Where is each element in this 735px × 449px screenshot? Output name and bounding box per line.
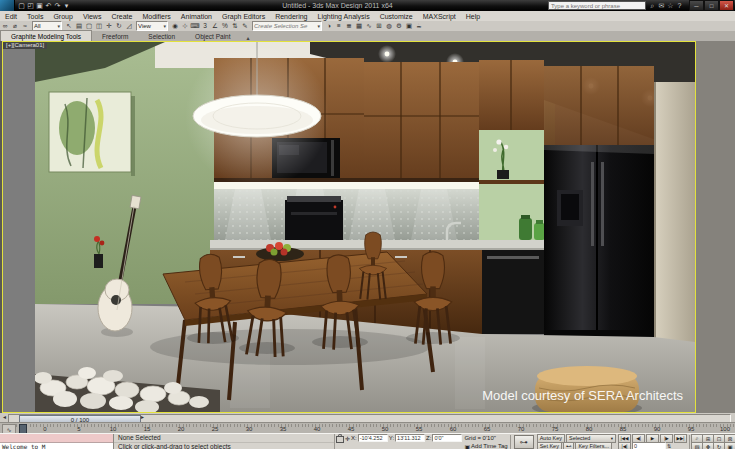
chevron-down-icon: ▾	[163, 23, 166, 29]
z-label: Z:	[426, 435, 431, 441]
qat-dropdown-icon[interactable]: ▾	[62, 1, 71, 10]
espresso-machine	[285, 196, 343, 240]
menu-tools[interactable]: Tools	[22, 13, 48, 20]
z-coordinate-field[interactable]: 0'0"	[432, 434, 462, 442]
macro-recorder-pane[interactable]	[0, 434, 113, 443]
menu-customize[interactable]: Customize	[375, 13, 418, 20]
status-controls: ✛ X: -10'4.252 Y: 13'11.312 Z: 0'0" Grid…	[335, 434, 735, 449]
current-frame-field[interactable]: 0	[632, 442, 666, 449]
ribbon-minimize-icon[interactable]: ▴	[247, 34, 250, 41]
rendered-frame-window-button[interactable]: ▣	[404, 22, 414, 31]
refrigerator	[544, 145, 654, 337]
help-icon[interactable]: ?	[675, 2, 684, 10]
close-button[interactable]: ✕	[719, 0, 734, 11]
named-selection-sets-dropdown[interactable]: Create Selection Se▾	[252, 21, 322, 31]
key-mode-toggle[interactable]: |◀|	[618, 442, 631, 449]
status-line: None Selected	[114, 434, 334, 443]
title-bar: ▢◰▣↶↷▾ Untitled - 3ds Max Design 2011 x6…	[0, 0, 735, 11]
manage-layers-button[interactable]: ≣	[344, 22, 354, 31]
window-title: Untitled - 3ds Max Design 2011 x64	[200, 2, 475, 9]
infocenter-icons: ⌕✉☆?	[648, 2, 684, 10]
select-and-rotate-button[interactable]: ↻	[114, 22, 124, 31]
chevron-down-icon: ▾	[317, 23, 320, 29]
selection-lock-icon[interactable]	[336, 436, 344, 443]
floor-reflection-2	[455, 337, 485, 409]
frame-spinner[interactable]: ⇅	[667, 443, 671, 449]
curve-editor-button[interactable]: ∿	[364, 22, 374, 31]
menu-lighting-analysis[interactable]: Lighting Analysis	[312, 13, 374, 20]
minimize-button[interactable]: ─	[689, 0, 704, 11]
listener-pane[interactable]: Welcome to M	[0, 443, 113, 449]
y-coordinate-field[interactable]: 13'11.312	[395, 434, 425, 442]
x-coordinate-field[interactable]: -10'4.252	[358, 434, 388, 442]
time-slider-right-arrow[interactable]: ►	[140, 414, 145, 420]
menu-maxscript[interactable]: MAXScript	[418, 13, 461, 20]
select-and-move-button[interactable]: ✛	[104, 22, 114, 31]
tab-selection[interactable]: Selection	[138, 31, 185, 41]
edit-named-selection-sets-button[interactable]: ✎	[240, 22, 250, 31]
reference-coordinate-system-dropdown[interactable]: View▾	[136, 21, 168, 31]
use-pivot-point-center-button[interactable]: ◉	[170, 22, 180, 31]
wall-painting	[49, 92, 135, 176]
graphite-ribbon-toggle[interactable]: ▦	[354, 22, 364, 31]
select-and-manipulate-button[interactable]: ⊹	[180, 22, 190, 31]
tick-60: 60	[443, 426, 463, 432]
material-editor-button[interactable]: ◍	[384, 22, 394, 31]
schematic-view-button[interactable]: ⊞	[374, 22, 384, 31]
tick-25: 25	[205, 426, 225, 432]
app-logo-icon[interactable]	[0, 0, 15, 11]
set-key-button[interactable]: Set Key	[537, 442, 562, 449]
save-file-button[interactable]: ▣	[35, 1, 44, 10]
tab-graphite-modeling-tools[interactable]: Graphite Modeling Tools	[0, 30, 92, 41]
menu-views[interactable]: Views	[78, 13, 107, 20]
key-selection-value: Selected	[569, 435, 590, 441]
set-key-mode-button[interactable]: ⊶	[514, 435, 534, 449]
open-file-button[interactable]: ◰	[26, 1, 35, 10]
absolute-mode-icon[interactable]: ✛	[345, 435, 350, 442]
backsplash	[214, 189, 479, 240]
time-slider-left-arrow[interactable]: ◄	[2, 414, 7, 420]
grid-setting: Grid = 0'10"	[464, 435, 495, 441]
select-and-scale-button[interactable]: ◿	[124, 22, 134, 31]
snaps-toggle[interactable]: 3	[200, 22, 210, 31]
add-time-tag[interactable]: Add Time Tag	[471, 443, 508, 449]
maximize-viewport-icon[interactable]: ▣	[724, 442, 735, 449]
search-icon[interactable]: ⌕	[648, 2, 657, 10]
menu-help[interactable]: Help	[461, 13, 485, 20]
maxscript-mini-listener[interactable]: Welcome to M	[0, 434, 114, 449]
keyboard-shortcut-override-toggle[interactable]: ⌨	[190, 22, 200, 31]
align-button[interactable]: ≡	[334, 22, 344, 31]
favorites-star-icon[interactable]: ☆	[666, 2, 675, 10]
camera-viewport[interactable]: [+][Camera01]	[2, 41, 696, 413]
undo-button[interactable]: ↶	[44, 1, 53, 10]
menu-create[interactable]: Create	[106, 13, 137, 20]
communication-center-icon[interactable]: ✉	[657, 2, 666, 10]
x-label: X:	[351, 435, 357, 441]
redo-button[interactable]: ↷	[53, 1, 62, 10]
menu-modifiers[interactable]: Modifiers	[137, 13, 175, 20]
tick-100: 100	[715, 426, 735, 432]
render-production-button[interactable]: ☕	[414, 22, 424, 31]
menu-animation[interactable]: Animation	[176, 13, 217, 20]
tab-freeform[interactable]: Freeform	[92, 31, 138, 41]
angle-snap-toggle[interactable]: ∠	[210, 22, 220, 31]
search-input[interactable]	[548, 1, 646, 10]
spinner-snap-toggle[interactable]: ⇅	[230, 22, 240, 31]
tab-object-paint[interactable]: Object Paint	[185, 31, 240, 41]
maximize-button[interactable]: □	[704, 0, 719, 11]
percent-snap-toggle[interactable]: %	[220, 22, 230, 31]
menu-group[interactable]: Group	[48, 13, 77, 20]
tick-30: 30	[239, 426, 259, 432]
menu-graph-editors[interactable]: Graph Editors	[217, 13, 270, 20]
named-selection-sets-dropdown-value: Create Selection Se	[254, 23, 307, 29]
mirror-button[interactable]: ◑	[324, 22, 334, 31]
menu-rendering[interactable]: Rendering	[270, 13, 312, 20]
window-crossing-toggle[interactable]: ◫	[94, 22, 104, 31]
menu-edit[interactable]: Edit	[0, 13, 22, 20]
new-key-icon[interactable]: ⊷	[563, 442, 575, 449]
new-scene-button[interactable]: ▢	[17, 1, 26, 10]
render-setup-button[interactable]: ⚙	[394, 22, 404, 31]
key-filters-button[interactable]: Key Filters...	[575, 442, 612, 449]
viewport-label[interactable]: [+][Camera01]	[3, 42, 47, 49]
tick-70: 70	[511, 426, 531, 432]
